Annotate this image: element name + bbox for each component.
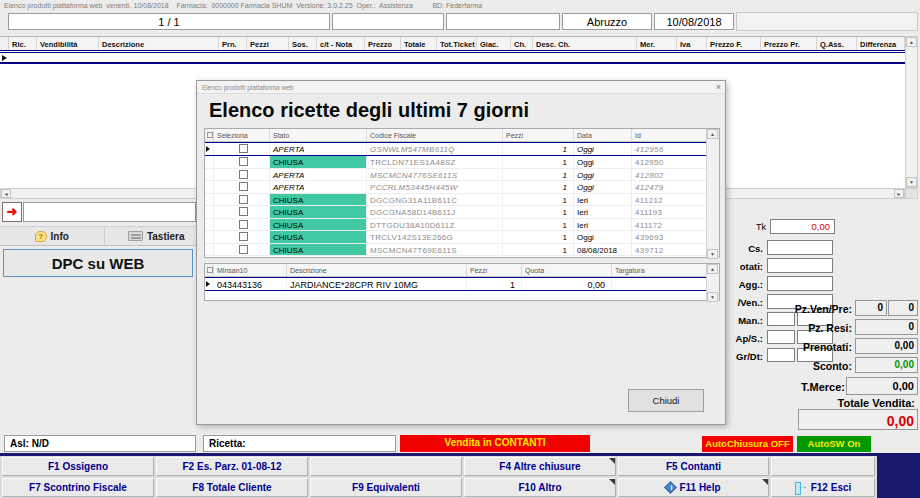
row-checkbox[interactable] [239,182,248,191]
scroll-up-icon[interactable]: ▲ [906,37,917,47]
column-header-prezzo-pr-[interactable]: Prezzo Pr. [761,37,817,50]
ricette-column-data[interactable]: Data [574,129,632,141]
seleziona-cell[interactable] [214,143,270,155]
fkey-f12-esci[interactable]: F12 Esci [771,478,875,497]
fkey-f5-contanti[interactable]: F5 Contanti [618,457,769,476]
prodotti-column-quota[interactable]: Quota [522,264,612,276]
seleziona-cell[interactable] [214,244,270,256]
row-checkbox[interactable] [239,207,248,216]
column-header-ric-[interactable]: Ric. [9,37,37,50]
asl-field[interactable]: Asl: N/D [4,435,196,452]
fkey-f4-altre-chiusure[interactable]: F4 Altre chiusure [464,457,616,476]
tab-info[interactable]: ? Info [0,227,105,245]
scroll-up-icon[interactable]: ▲ [707,129,718,139]
seleziona-cell[interactable] [214,206,270,218]
scroll-left-icon[interactable]: ◄ [1,189,11,198]
row-checkbox[interactable] [239,245,248,254]
fkey-f11-help[interactable]: F11 Help [618,478,769,497]
column-header-c-t-nota[interactable]: c/t - Nota [317,37,365,50]
tab-tastiera[interactable]: Tastiera [105,227,209,245]
man-field-1[interactable] [767,312,795,326]
ricette-row[interactable]: CHIUSADGCGNG31A11B611C1Ieri411212 [205,194,719,207]
row-checkbox[interactable] [239,170,248,179]
column-header-q-ass-[interactable]: Q.Ass. [817,37,857,50]
cs-field[interactable] [767,240,833,255]
prodotti-column-targatura[interactable]: Targatura [612,264,708,276]
ricette-grid-scrollbar[interactable]: ▲ ▼ [706,129,719,259]
column-header-ch-[interactable]: Ch. [511,37,533,50]
products-table-selected-row[interactable] [0,52,905,64]
ricette-row[interactable]: CHIUSAMSCMCN47T69E611S108/08/2018439712 [205,244,719,257]
scroll-down-icon[interactable]: ▼ [707,292,718,302]
ricette-column-codice-fiscale[interactable]: Codice Fiscale [367,129,503,141]
fkey-f8-totale-cliente[interactable]: F8 Totale Cliente [156,478,308,497]
fkey-f2-es-parz-01-08-12[interactable]: F2 Es. Parz. 01-08-12 [156,457,308,476]
ricette-row[interactable]: APERTAPCCRLM53445H445W1Oggi412479 [205,181,719,194]
autosw-toggle[interactable]: AutoSW On [797,436,871,452]
grdt-field-1[interactable] [767,348,795,362]
ricette-row[interactable]: APERTAMSCMCN4776SE611S1Oggi412802 [205,169,719,182]
scroll-down-icon[interactable]: ▼ [906,177,917,187]
column-header-mer-[interactable]: Mer. [637,37,677,50]
agg-field[interactable] [767,276,833,291]
column-header-iva[interactable]: Iva [677,37,707,50]
column-header-vendibilit-[interactable]: Vendibilità [37,37,99,50]
column-header-pezzi[interactable]: Pezzi [247,37,289,50]
seleziona-cell[interactable] [214,194,270,206]
column-header-giac-[interactable]: Giac. [477,37,511,50]
product-scan-input[interactable] [23,202,196,222]
row-checkbox[interactable] [239,232,248,241]
totale-vendita-value: 0,00 [798,409,918,430]
ricette-row[interactable]: CHIUSADTTGDU38A10D611Z1Ieri411172 [205,219,719,232]
ricette-row[interactable]: CHIUSADGCGNA58D14B611J1Ieri411193 [205,206,719,219]
autochiusura-toggle[interactable]: AutoChiusura OFF [702,436,793,452]
fkey-f1-ossigeno[interactable]: F1 Ossigeno [2,457,154,476]
ricette-column-stato[interactable]: Stato [270,129,367,141]
row-checkbox[interactable] [239,195,248,204]
close-icon[interactable]: × [716,82,721,92]
ricette-column-id[interactable]: Id [632,129,708,141]
prodotto-row[interactable]: 043443136JARDIANCE*28CPR RIV 10MG10,00 [205,277,719,291]
row-checkbox[interactable] [239,220,248,229]
scroll-up-icon[interactable]: ▲ [707,264,718,274]
prodotti-column-pezzi[interactable]: Pezzi [467,264,522,276]
aps-field-1[interactable] [767,330,795,344]
pzresi-label: Pz. Resi: [808,322,852,334]
prodotti-column-descrizione[interactable]: Descrizione [287,264,467,276]
ricetta-field[interactable]: Ricetta: [203,435,396,452]
fkey-f9-equivalenti[interactable]: F9 Equivalenti [310,478,462,497]
column-header-prezzo[interactable]: Prezzo [365,37,401,50]
ricette-column-seleziona[interactable]: Seleziona [214,129,270,141]
row-checkbox[interactable] [239,144,248,153]
fkey-f10-altro[interactable]: F10 Altro [464,478,616,497]
seleziona-cell[interactable] [214,169,270,181]
scroll-right-icon[interactable]: ► [894,189,904,198]
scroll-down-icon[interactable]: ▼ [707,249,718,259]
column-header-descrizione[interactable]: Descrizione [99,37,219,50]
seleziona-cell[interactable] [214,219,270,231]
seleziona-cell[interactable] [214,181,270,193]
tk-field[interactable]: 0,00 [770,219,835,234]
ricette-row[interactable]: CHIUSATRCLV142S13E266G1Oggi439693 [205,231,719,244]
products-vscrollbar[interactable]: ▲ ▼ [905,36,918,188]
chiudi-button[interactable]: Chiudi [628,389,704,412]
seleziona-cell[interactable] [214,231,270,243]
seleziona-cell[interactable] [214,156,270,168]
column-header-tot-ticket[interactable]: Tot.Ticket [437,37,477,50]
ricette-column-pezzi[interactable]: Pezzi [503,129,574,141]
fkey-f7-scontrino-fiscale[interactable]: F7 Scontrino Fiscale [2,478,154,497]
column-header-desc-ch-[interactable]: Desc. Ch. [533,37,637,50]
ricette-row[interactable]: APERTAGSNWLM547MB611Q1Oggi412956 [205,142,719,156]
column-header-totale[interactable]: Totale [401,37,437,50]
column-header-prezzo-f-[interactable]: Prezzo F. [707,37,761,50]
column-header-sos-[interactable]: Sos. [289,37,317,50]
prodotti-column-minsan10[interactable]: Minsan10 [214,264,287,276]
column-header-prn-[interactable]: Prn. [219,37,247,50]
targatura-cell [612,278,708,290]
prenotati-field[interactable] [767,258,833,273]
row-checkbox[interactable] [239,157,248,166]
ricette-row[interactable]: CHIUSATRCLDN71ES1A48SZ1Oggi412950 [205,156,719,169]
column-header-differenza[interactable]: Differenza [857,37,905,50]
dpc-su-web-button[interactable]: DPC su WEB [3,249,193,277]
prodotti-grid-scrollbar[interactable]: ▲ ▼ [706,264,719,302]
